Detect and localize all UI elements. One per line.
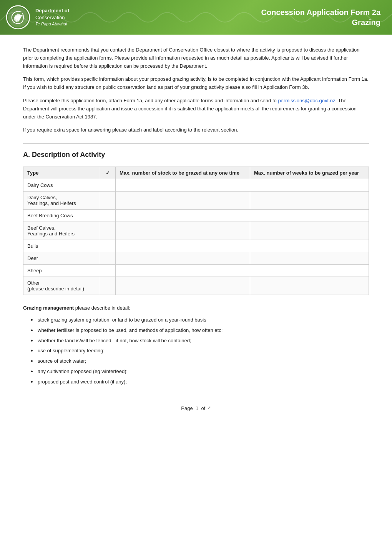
- form-title: Concession Application Form 2a Grazing: [261, 7, 380, 27]
- grazing-bullet-item: whether fertiliser is proposed to be use…: [31, 327, 369, 335]
- stock-type-cell: Sheep: [23, 265, 100, 277]
- stock-check-cell[interactable]: [100, 277, 116, 295]
- table-row: Dairy Cows: [23, 179, 369, 192]
- grazing-bullet-item: use of supplementary feeding;: [31, 347, 369, 355]
- grazing-bullet-item: source of stock water;: [31, 357, 369, 365]
- stock-check-cell[interactable]: [100, 222, 116, 240]
- stock-check-cell[interactable]: [100, 192, 116, 210]
- table-row: Deer: [23, 252, 369, 265]
- grazing-bullet-item: whether the land is/will be fenced - if …: [31, 337, 369, 345]
- table-header-row: Type ✓ Max. number of stock to be grazed…: [23, 167, 369, 179]
- svg-point-4: [18, 15, 22, 18]
- page-current: 1: [196, 405, 198, 411]
- grazing-bullet-item: stock grazing system eg rotation, or lan…: [31, 316, 369, 324]
- doc-logo: [6, 5, 31, 30]
- grazing-suffix: please describe in detail:: [74, 305, 130, 311]
- stock-max-stock-cell[interactable]: [116, 240, 250, 252]
- table-row: Sheep: [23, 265, 369, 277]
- department-text: Department of Conservation Te Papa Atawh…: [35, 7, 69, 27]
- stock-max-stock-cell[interactable]: [116, 222, 250, 240]
- stock-type-cell: Beef Calves,Yearlings and Heifers: [23, 222, 100, 240]
- email-link[interactable]: permissions@doc.govt.nz: [278, 98, 335, 103]
- page-header: Department of Conservation Te Papa Atawh…: [0, 0, 392, 35]
- stock-max-stock-cell[interactable]: [116, 179, 250, 192]
- form-title-line2: Grazing: [261, 17, 380, 27]
- stock-max-weeks-cell[interactable]: [250, 222, 369, 240]
- stock-max-weeks-cell[interactable]: [250, 252, 369, 265]
- stock-max-stock-cell[interactable]: [116, 265, 250, 277]
- stock-check-cell[interactable]: [100, 252, 116, 265]
- section-divider: [23, 143, 369, 144]
- dept-name-maori: Te Papa Atawhai: [35, 21, 69, 27]
- table-row: Beef Breeding Cows: [23, 210, 369, 222]
- stock-type-cell: Other(please describe in detail): [23, 277, 100, 295]
- form-title-line1: Concession Application Form 2a: [261, 7, 380, 17]
- table-row: Other(please describe in detail): [23, 277, 369, 295]
- intro-para-3: Please complete this application form, a…: [23, 97, 369, 121]
- logo-area: Department of Conservation Te Papa Atawh…: [6, 5, 69, 30]
- table-row: Dairy Calves,Yearlings, and Heifers: [23, 192, 369, 210]
- page-label: Page: [181, 405, 193, 411]
- intro-para-2: This form, which provides specific infor…: [23, 75, 369, 92]
- stock-type-cell: Dairy Cows: [23, 179, 100, 192]
- col-header-max-stock: Max. number of stock to be grazed at any…: [116, 167, 250, 179]
- dept-name-line1: Department of: [35, 7, 69, 14]
- stock-max-weeks-cell[interactable]: [250, 192, 369, 210]
- stock-max-weeks-cell[interactable]: [250, 240, 369, 252]
- dept-name-line2: Conservation: [35, 14, 69, 21]
- stock-table: Type ✓ Max. number of stock to be grazed…: [23, 167, 369, 295]
- stock-max-stock-cell[interactable]: [116, 277, 250, 295]
- page-of: of: [201, 405, 205, 411]
- col-header-check: ✓: [100, 167, 116, 179]
- grazing-label: Grazing management: [23, 305, 74, 311]
- intro-para-4: If you require extra space for answering…: [23, 126, 369, 134]
- stock-check-cell[interactable]: [100, 265, 116, 277]
- page-footer: Page 1 of 4: [23, 402, 369, 411]
- grazing-bullet-item: proposed pest and weed control (if any);: [31, 378, 369, 386]
- main-content: The Department recommends that you conta…: [0, 35, 392, 427]
- col-header-max-weeks: Max. number of weeks to be grazed per ye…: [250, 167, 369, 179]
- stock-max-weeks-cell[interactable]: [250, 179, 369, 192]
- stock-check-cell[interactable]: [100, 240, 116, 252]
- stock-check-cell[interactable]: [100, 179, 116, 192]
- stock-max-weeks-cell[interactable]: [250, 265, 369, 277]
- stock-max-weeks-cell[interactable]: [250, 210, 369, 222]
- stock-type-cell: Bulls: [23, 240, 100, 252]
- svg-line-7: [18, 20, 18, 22]
- stock-check-cell[interactable]: [100, 210, 116, 222]
- stock-max-weeks-cell[interactable]: [250, 277, 369, 295]
- stock-type-cell: Deer: [23, 252, 100, 265]
- stock-type-cell: Dairy Calves,Yearlings, and Heifers: [23, 192, 100, 210]
- table-row: Bulls: [23, 240, 369, 252]
- table-row: Beef Calves,Yearlings and Heifers: [23, 222, 369, 240]
- stock-max-stock-cell[interactable]: [116, 192, 250, 210]
- section-a-heading: A. Description of Activity: [23, 151, 369, 159]
- stock-max-stock-cell[interactable]: [116, 210, 250, 222]
- col-header-type: Type: [23, 167, 100, 179]
- grazing-bullet-item: any cultivation proposed (eg winterfeed)…: [31, 368, 369, 376]
- grazing-management-section: Grazing management please describe in de…: [23, 304, 369, 386]
- page-total: 4: [208, 405, 211, 411]
- stock-type-cell: Beef Breeding Cows: [23, 210, 100, 222]
- stock-max-stock-cell[interactable]: [116, 252, 250, 265]
- intro-para-1: The Department recommends that you conta…: [23, 46, 369, 70]
- grazing-intro-text: Grazing management please describe in de…: [23, 304, 369, 312]
- grazing-bullet-list: stock grazing system eg rotation, or lan…: [23, 316, 369, 386]
